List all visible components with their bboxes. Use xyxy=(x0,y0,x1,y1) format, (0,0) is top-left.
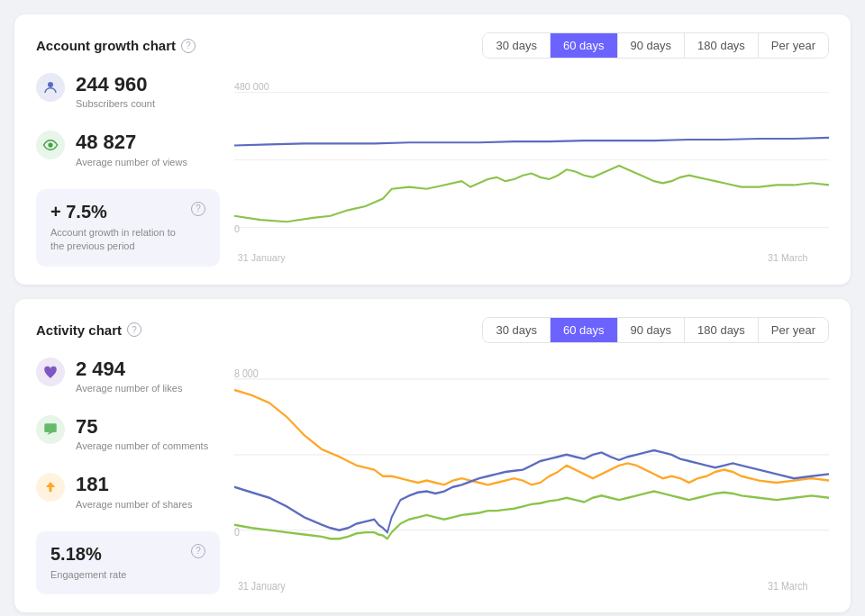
svg-text:31 January: 31 January xyxy=(238,252,286,264)
comments-label: Average number of comments xyxy=(76,440,208,451)
share-icon xyxy=(36,473,65,502)
card1-title-group: Account growth chart ? xyxy=(36,38,196,53)
svg-text:480 000: 480 000 xyxy=(234,81,269,93)
activity-chart-card: Activity chart ? 30 days 60 days 90 days… xyxy=(14,299,851,613)
likes-value: 2 494 xyxy=(76,358,182,381)
svg-text:31 March: 31 March xyxy=(768,578,807,592)
shares-label: Average number of shares xyxy=(76,499,192,510)
card1-tabs: 30 days 60 days 90 days 180 days Per yea… xyxy=(482,32,829,59)
growth-box: + 7.5% Account growth in relation to the… xyxy=(36,189,220,267)
card2-stats-panel: 2 494 Average number of likes 75 Average… xyxy=(36,358,234,595)
card2-body: 2 494 Average number of likes 75 Average… xyxy=(36,358,829,595)
engagement-box: 5.18% Engagement rate ? xyxy=(36,531,220,594)
heart-icon xyxy=(36,358,65,386)
card1-chart-area: 480 000 0 31 January 31 March xyxy=(234,73,829,267)
card2-tab-30[interactable]: 30 days xyxy=(483,318,551,342)
svg-text:0: 0 xyxy=(234,223,240,235)
svg-rect-9 xyxy=(44,423,57,432)
svg-text:0: 0 xyxy=(234,524,240,538)
likes-label: Average number of likes xyxy=(76,383,182,394)
card2-tab-180[interactable]: 180 days xyxy=(685,318,759,342)
stat-comments: 75 Average number of comments xyxy=(36,415,220,451)
views-label: Average number of views xyxy=(76,157,187,168)
engagement-text: 5.18% Engagement rate xyxy=(50,544,126,582)
stat-likes-text: 2 494 Average number of likes xyxy=(76,358,182,394)
card1-tab-180[interactable]: 180 days xyxy=(685,33,759,58)
card2-title-group: Activity chart ? xyxy=(36,322,141,338)
card1-tab-30[interactable]: 30 days xyxy=(483,33,551,58)
growth-help-icon[interactable]: ? xyxy=(191,202,205,216)
person-icon xyxy=(36,73,65,102)
card1-help-icon[interactable]: ? xyxy=(181,39,196,53)
account-growth-card: Account growth chart ? 30 days 60 days 9… xyxy=(14,14,851,285)
eye-icon xyxy=(36,131,65,159)
svg-text:8 000: 8 000 xyxy=(234,366,259,379)
card2-chart-area: 8 000 0 31 January 31 March xyxy=(234,358,829,595)
card1-header: Account growth chart ? 30 days 60 days 9… xyxy=(36,32,829,59)
card1-tab-peryear[interactable]: Per year xyxy=(759,33,828,58)
card1-tab-90[interactable]: 90 days xyxy=(618,33,686,58)
card1-title: Account growth chart xyxy=(36,38,176,53)
stat-comments-text: 75 Average number of comments xyxy=(76,415,208,451)
card2-header: Activity chart ? 30 days 60 days 90 days… xyxy=(36,317,829,343)
comments-value: 75 xyxy=(76,415,208,439)
subscribers-value: 244 960 xyxy=(76,73,155,96)
stat-shares: 181 Average number of shares xyxy=(36,473,220,509)
card1-stats-panel: 244 960 Subscribers count 48 827 Average… xyxy=(36,73,234,267)
svg-point-0 xyxy=(48,82,53,87)
card1-tab-60[interactable]: 60 days xyxy=(551,33,618,58)
growth-text: + 7.5% Account growth in relation to the… xyxy=(50,202,177,254)
card2-tabs: 30 days 60 days 90 days 180 days Per yea… xyxy=(482,317,829,343)
stat-views-text: 48 827 Average number of views xyxy=(76,131,187,167)
shares-value: 181 xyxy=(76,473,192,496)
stat-subscribers: 244 960 Subscribers count xyxy=(36,73,220,109)
views-value: 48 827 xyxy=(76,131,187,154)
card2-title: Activity chart xyxy=(36,322,122,338)
svg-text:31 January: 31 January xyxy=(238,578,286,592)
card2-tab-peryear[interactable]: Per year xyxy=(759,318,828,342)
subscribers-label: Subscribers count xyxy=(76,98,155,109)
stat-likes: 2 494 Average number of likes xyxy=(36,358,220,394)
svg-text:31 March: 31 March xyxy=(768,252,808,264)
stat-shares-text: 181 Average number of shares xyxy=(76,473,192,509)
svg-point-1 xyxy=(48,143,52,148)
engagement-value: 5.18% xyxy=(50,544,126,565)
card2-tab-90[interactable]: 90 days xyxy=(618,318,686,342)
activity-chart-svg: 8 000 0 31 January 31 March xyxy=(234,358,829,595)
stat-subscribers-text: 244 960 Subscribers count xyxy=(76,73,155,109)
comment-icon xyxy=(36,415,65,444)
stat-views: 48 827 Average number of views xyxy=(36,131,220,167)
card1-body: 244 960 Subscribers count 48 827 Average… xyxy=(36,73,829,267)
growth-chart-svg: 480 000 0 31 January 31 March xyxy=(234,73,829,267)
card2-help-icon[interactable]: ? xyxy=(127,322,141,337)
engagement-label: Engagement rate xyxy=(50,568,126,582)
growth-label: Account growth in relation to the previo… xyxy=(50,226,177,254)
engagement-help-icon[interactable]: ? xyxy=(191,544,205,558)
growth-value: + 7.5% xyxy=(50,202,177,222)
card2-tab-60[interactable]: 60 days xyxy=(551,318,618,342)
